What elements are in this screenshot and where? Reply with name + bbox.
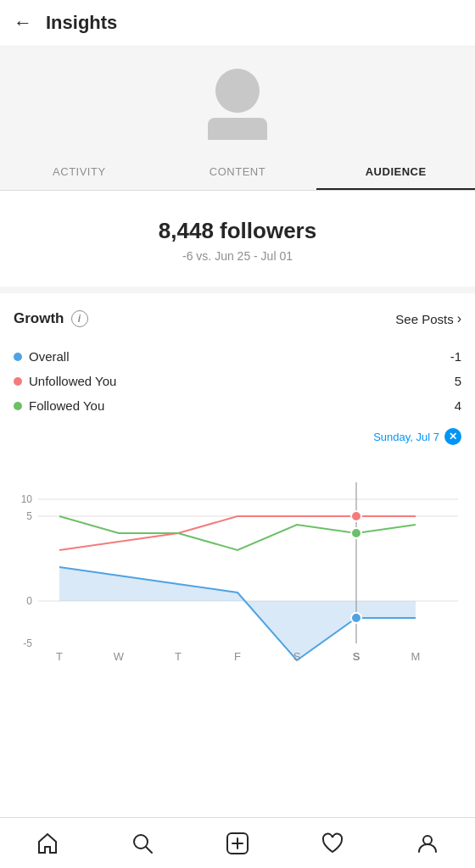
cursor-dot-unfollowed xyxy=(351,511,361,521)
tabs-bar: ACTIVITY CONTENT AUDIENCE xyxy=(0,153,475,191)
cursor-dot-overall xyxy=(351,613,361,623)
svg-line-15 xyxy=(146,847,152,853)
legend: Overall -1 Unfollowed You 5 Followed You… xyxy=(14,344,461,418)
tab-audience[interactable]: AUDIENCE xyxy=(316,153,475,190)
svg-point-19 xyxy=(423,836,432,844)
page-title: Insights xyxy=(46,12,117,34)
profile-icon xyxy=(416,832,439,855)
followers-count: 8,448 followers xyxy=(14,218,461,244)
svg-text:5: 5 xyxy=(26,510,32,522)
see-posts-label: See Posts xyxy=(395,312,453,326)
avatar-head xyxy=(215,69,260,113)
svg-text:W: W xyxy=(114,650,125,663)
bottom-nav xyxy=(0,817,475,868)
nav-profile[interactable] xyxy=(404,820,451,867)
tab-activity[interactable]: ACTIVITY xyxy=(0,153,159,190)
search-icon xyxy=(131,832,154,855)
date-badge-row: Sunday, Jul 7 ✕ xyxy=(14,428,461,445)
chevron-right-icon: › xyxy=(457,311,461,326)
heart-icon xyxy=(321,832,344,855)
svg-text:M: M xyxy=(411,650,421,663)
svg-text:F: F xyxy=(234,650,241,663)
svg-text:S: S xyxy=(353,650,360,663)
legend-label-followed: Followed You xyxy=(29,398,104,413)
growth-header: Growth i See Posts › xyxy=(14,310,461,327)
avatar xyxy=(199,64,276,140)
growth-section: Growth i See Posts › Overall -1 Unfollow… xyxy=(0,293,475,669)
info-icon[interactable]: i xyxy=(71,310,88,327)
tab-content[interactable]: CONTENT xyxy=(159,153,317,190)
date-badge-close-button[interactable]: ✕ xyxy=(444,428,461,445)
legend-left-overall: Overall xyxy=(14,349,70,364)
legend-value-followed: 4 xyxy=(455,398,461,413)
svg-text:0: 0 xyxy=(26,595,32,607)
date-badge: Sunday, Jul 7 ✕ xyxy=(373,428,461,445)
svg-text:10: 10 xyxy=(21,493,33,505)
nav-create[interactable] xyxy=(214,820,261,867)
legend-dot-unfollowed xyxy=(14,377,22,386)
growth-chart: 10 5 0 -5 xyxy=(0,448,475,669)
legend-left-followed: Followed You xyxy=(14,398,104,413)
growth-title: Growth xyxy=(14,310,64,327)
header: ← Insights xyxy=(0,0,475,47)
legend-dot-overall xyxy=(14,353,22,361)
cursor-dot-followed xyxy=(351,528,361,538)
nav-activity[interactable] xyxy=(309,820,356,867)
profile-section xyxy=(0,47,475,153)
create-icon xyxy=(226,832,249,855)
overall-area xyxy=(59,567,416,660)
svg-text:T: T xyxy=(56,650,63,663)
followers-summary: 8,448 followers -6 vs. Jun 25 - Jul 01 xyxy=(0,191,475,293)
chart-svg: 10 5 0 -5 xyxy=(0,448,475,669)
home-icon xyxy=(36,832,59,855)
legend-label-unfollowed: Unfollowed You xyxy=(29,374,116,388)
legend-row-unfollowed: Unfollowed You 5 xyxy=(14,369,461,393)
legend-dot-followed xyxy=(14,402,22,410)
legend-value-overall: -1 xyxy=(450,349,461,364)
legend-row-overall: Overall -1 xyxy=(14,344,461,369)
svg-text:T: T xyxy=(175,650,182,663)
svg-text:S: S xyxy=(293,650,301,663)
growth-title-area: Growth i xyxy=(14,310,88,327)
legend-label-overall: Overall xyxy=(29,349,70,364)
see-posts-button[interactable]: See Posts › xyxy=(395,311,461,326)
legend-left-unfollowed: Unfollowed You xyxy=(14,374,116,388)
back-button[interactable]: ← xyxy=(14,14,32,32)
legend-row-followed: Followed You 4 xyxy=(14,393,461,418)
date-label: Sunday, Jul 7 xyxy=(373,431,439,443)
legend-value-unfollowed: 5 xyxy=(455,374,461,388)
nav-search[interactable] xyxy=(119,820,166,867)
svg-text:-5: -5 xyxy=(23,637,32,649)
avatar-body xyxy=(208,118,267,140)
followers-change: -6 vs. Jun 25 - Jul 01 xyxy=(14,249,461,263)
nav-home[interactable] xyxy=(24,820,71,867)
